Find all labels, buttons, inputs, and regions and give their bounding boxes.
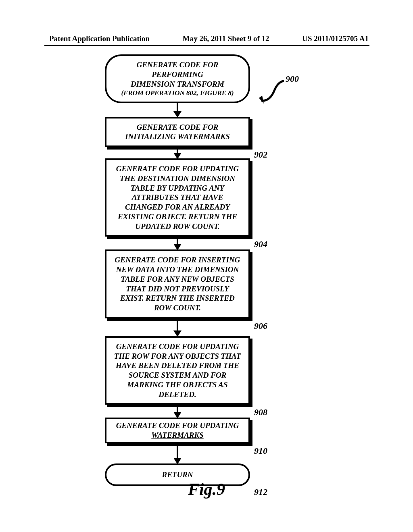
start-line2: DIMENSION TRANSFORM	[115, 79, 240, 89]
start-line3: (FROM OPERATION 802, FIGURE 8)	[115, 89, 240, 97]
figure-label: Fig.9	[0, 480, 413, 499]
s904-l3: TABLE BY UPDATING ANY	[112, 183, 243, 193]
arrow-4	[177, 318, 178, 336]
arrow-6	[177, 443, 178, 463]
s906-l3: TABLE FOR ANY NEW OBJECTS	[112, 274, 243, 284]
ref-906: 906	[254, 321, 267, 331]
arrow-5	[177, 405, 178, 418]
s908-l1: GENERATE CODE FOR UPDATING	[112, 342, 243, 351]
s904-l2: THE DESTINATION DIMENSION	[112, 174, 243, 183]
arrow-1	[177, 103, 178, 117]
process-908: GENERATE CODE FOR UPDATING THE ROW FOR A…	[105, 336, 250, 405]
arrow-3	[177, 237, 178, 249]
s908-l4: SOURCE SYSTEM AND FOR	[112, 370, 243, 380]
s910-l1: GENERATE CODE FOR UPDATING	[112, 421, 243, 430]
s904-l4: ATTRIBUTES THAT HAVE	[112, 193, 243, 202]
terminal-start: GENERATE CODE FOR PERFORMING DIMENSION T…	[105, 54, 250, 103]
s904-l1: GENERATE CODE FOR UPDATING	[112, 164, 243, 174]
s902-l2: INITIALIZING WATERMARKS	[112, 132, 243, 141]
page-header: Patent Application Publication May 26, 2…	[0, 34, 413, 43]
process-910: GENERATE CODE FOR UPDATING WATERMARKS	[105, 418, 250, 443]
arrow-2	[177, 147, 178, 158]
start-line1: GENERATE CODE FOR PERFORMING	[115, 60, 240, 79]
header-rule	[44, 45, 369, 46]
s904-l6: EXISTING OBJECT. RETURN THE	[112, 212, 243, 222]
process-902: GENERATE CODE FOR INITIALIZING WATERMARK…	[105, 117, 250, 148]
process-906: GENERATE CODE FOR INSERTING NEW DATA INT…	[105, 249, 250, 318]
ref-902: 902	[254, 150, 267, 160]
header-right: US 2011/0125705 A1	[302, 34, 369, 43]
s908-l6: DELETED.	[112, 390, 243, 399]
s904-l7: UPDATED ROW COUNT.	[112, 222, 243, 231]
ref-910: 910	[254, 446, 267, 456]
s904-l5: CHANGED FOR AN ALREADY	[112, 202, 243, 212]
s906-l6: ROW COUNT.	[112, 303, 243, 313]
s906-l4: THAT DID NOT PREVIOUSLY	[112, 284, 243, 294]
s906-l2: NEW DATA INTO THE DIMENSION	[112, 265, 243, 274]
return-text: RETURN	[115, 470, 240, 480]
header-center: May 26, 2011 Sheet 9 of 12	[183, 34, 269, 43]
s906-l1: GENERATE CODE FOR INSERTING	[112, 255, 243, 265]
s902-l1: GENERATE CODE FOR	[112, 123, 243, 132]
ref-904: 904	[254, 239, 267, 249]
s910-l2: WATERMARKS	[112, 430, 243, 440]
s908-l3: HAVE BEEN DELETED FROM THE	[112, 361, 243, 370]
s906-l5: EXIST. RETURN THE INSERTED	[112, 293, 243, 303]
process-904: GENERATE CODE FOR UPDATING THE DESTINATI…	[105, 158, 250, 237]
s908-l2: THE ROW FOR ANY OBJECTS THAT	[112, 351, 243, 361]
ref-908: 908	[254, 407, 267, 418]
flowchart: GENERATE CODE FOR PERFORMING DIMENSION T…	[0, 54, 413, 486]
s908-l5: MARKING THE OBJECTS AS	[112, 380, 243, 390]
header-left: Patent Application Publication	[49, 34, 150, 43]
